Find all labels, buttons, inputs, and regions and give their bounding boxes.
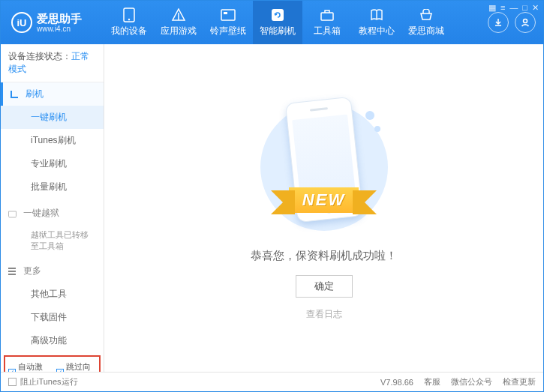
nav-label: 教程中心 [359,25,395,37]
user-button[interactable] [515,12,536,33]
svg-point-6 [524,19,527,23]
sidebar-item-other-tools[interactable]: 其他工具 [1,283,104,306]
footer: 阻止iTunes运行 V7.98.66 客服 微信公众号 检查更新 [1,372,543,391]
nav-flash[interactable]: 智能刷机 [253,1,302,44]
flash-options-box: ✓自动激活 ✓跳过向导 [4,355,101,372]
footer-right: V7.98.66 客服 微信公众号 检查更新 [380,376,536,388]
wallpaper-icon [221,7,236,22]
apps-icon [171,7,186,22]
checkbox-block-itunes[interactable] [8,378,17,386]
sidebar-item-pro-flash[interactable]: 专业刷机 [1,152,104,175]
nav-apps[interactable]: 应用游戏 [154,1,203,44]
sidebar-item-batch-flash[interactable]: 批量刷机 [1,175,104,199]
sidebar-item-oneclick-flash[interactable]: 一键刷机 [1,106,104,129]
footer-left: 阻止iTunes运行 [8,376,78,388]
nav-label: 我的设备 [111,25,147,37]
checkbox-skip-guide[interactable]: ✓跳过向导 [56,361,97,372]
logo-icon: iU [11,12,32,33]
svg-point-1 [128,19,130,20]
view-log-link[interactable]: 查看日志 [306,308,342,321]
footer-support-link[interactable]: 客服 [424,376,440,388]
app-url: www.i4.cn [37,25,82,33]
toolbox-icon [320,7,335,22]
status-label: 设备连接状态： [8,51,71,61]
main-nav: 我的设备 应用游戏 铃声壁纸 智能刷机 工具箱 教程中心 [104,1,451,44]
sidebar-item-advanced[interactable]: 高级功能 [1,329,104,352]
sidebar: 设备连接状态：正常模式 刷机 一键刷机 iTunes刷机 专业刷机 批量刷机 一… [1,44,104,372]
nav-store[interactable]: 爱思商城 [401,1,451,44]
logo: iU 爱思助手 www.i4.cn [1,12,104,33]
success-message: 恭喜您，保资料刷机成功啦！ [251,249,397,263]
sidebar-group-jailbreak: 一键越狱 [1,202,104,225]
footer-wechat-link[interactable]: 微信公众号 [451,376,492,388]
nav-ringtones[interactable]: 铃声壁纸 [203,1,253,44]
titlebar: ▦ ≡ — □ ✕ iU 爱思助手 www.i4.cn 我的设备 应用游戏 [1,1,543,44]
nav-my-device[interactable]: 我的设备 [104,1,154,44]
nav-label: 工具箱 [314,25,341,37]
app-name: 爱思助手 [37,13,82,25]
checkbox-auto-activate[interactable]: ✓自动激活 [8,361,49,372]
nav-label: 应用游戏 [161,25,197,37]
checkbox-label: 自动激活 [18,361,48,372]
nav-label: 铃声壁纸 [210,25,246,37]
nav-toolbox[interactable]: 工具箱 [302,1,352,44]
nav-tutorials[interactable]: 教程中心 [352,1,401,44]
cart-icon [419,7,434,22]
nav-label: 爱思商城 [408,25,444,37]
checkbox-label: 跳过向导 [66,361,96,372]
sidebar-item-itunes-flash[interactable]: iTunes刷机 [1,129,104,152]
svg-rect-4 [272,9,284,21]
refresh-icon [270,7,285,22]
device-icon [122,7,137,22]
success-illustration: NEW [260,96,388,238]
titlebar-actions [488,1,543,44]
book-icon [369,7,384,22]
footer-update-link[interactable]: 检查更新 [503,376,536,388]
app-window: ▦ ≡ — □ ✕ iU 爱思助手 www.i4.cn 我的设备 应用游戏 [0,0,544,392]
ok-button[interactable]: 确定 [296,275,353,298]
connection-status: 设备连接状态：正常模式 [1,44,104,82]
sidebar-group-more[interactable]: 更多 [1,259,104,283]
main-content: NEW 恭喜您，保资料刷机成功啦！ 确定 查看日志 [104,44,543,372]
version-label: V7.98.66 [380,378,413,387]
sidebar-group-flash[interactable]: 刷机 [1,82,104,106]
svg-rect-2 [221,10,235,20]
jailbreak-note: 越狱工具已转移至工具箱 [1,225,104,256]
download-button[interactable] [488,12,509,33]
block-itunes-label: 阻止iTunes运行 [20,376,78,388]
svg-rect-5 [321,13,333,20]
sidebar-item-download-firmware[interactable]: 下载固件 [1,306,104,329]
new-ribbon: NEW [289,187,359,213]
nav-label: 智能刷机 [260,25,296,37]
svg-rect-3 [224,12,227,14]
body: 设备连接状态：正常模式 刷机 一键刷机 iTunes刷机 专业刷机 批量刷机 一… [1,44,543,372]
